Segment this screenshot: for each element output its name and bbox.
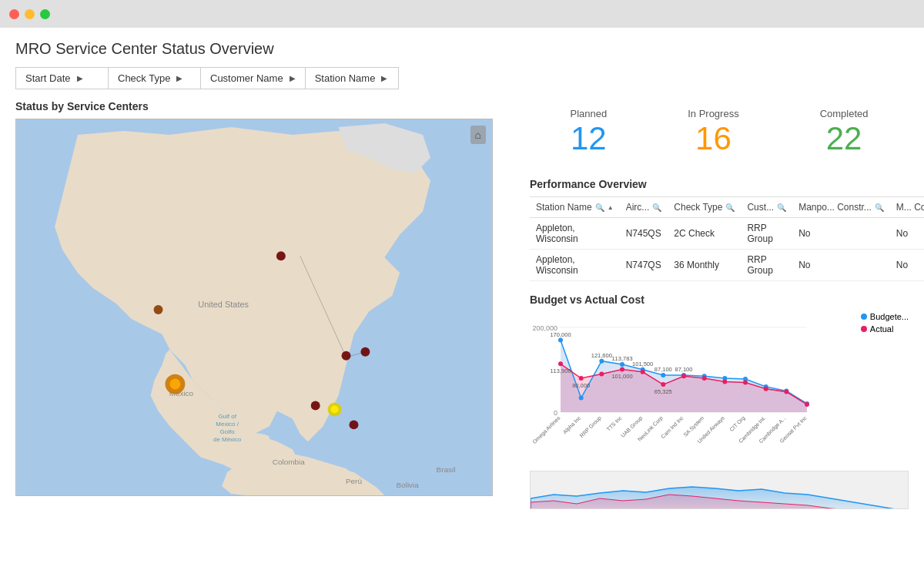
svg-text:de México: de México xyxy=(213,436,242,443)
map-svg: United States México Colombia Perú Boliv… xyxy=(16,119,492,495)
budget-chart-container: Budgete... Actual 0200,000170,000113,900… xyxy=(530,312,909,466)
svg-text:Brasil: Brasil xyxy=(437,465,456,474)
col-mc: M... Co... xyxy=(890,197,924,218)
table-header-row: Station Name 🔍 ▲ Airc... 🔍 xyxy=(530,197,924,218)
filter-start-date-arrow: ▶ xyxy=(77,74,83,82)
table-row: Appleton, WisconsinN745QS2C CheckRRP Gro… xyxy=(530,218,924,250)
app-container: MRO Service Center Status Overview Start… xyxy=(0,28,924,577)
col-station-sort-icon: ▲ xyxy=(608,204,614,211)
svg-point-52 xyxy=(661,373,665,377)
budget-section-title: Budget vs Actual Cost xyxy=(530,294,909,306)
mini-chart-svg xyxy=(531,471,908,509)
svg-text:80,000: 80,000 xyxy=(572,382,590,389)
col-manpower-search-icon[interactable]: 🔍 xyxy=(875,203,884,212)
budget-chart-svg: 0200,000170,000113,900Omega Airlines80,0… xyxy=(530,320,884,462)
stat-in-progress-value: 16 xyxy=(688,122,738,155)
page-title: MRO Service Center Status Overview xyxy=(15,40,909,58)
map-container: ⌂ xyxy=(15,119,493,496)
legend-budget: Budgete... xyxy=(861,312,909,321)
svg-point-77 xyxy=(805,402,809,407)
titlebar xyxy=(0,0,924,28)
svg-point-74 xyxy=(784,390,788,394)
table-cell: Appleton, Wisconsin xyxy=(530,250,620,281)
stat-completed: Completed 22 xyxy=(820,108,869,155)
maximize-button[interactable] xyxy=(40,9,50,19)
svg-point-43 xyxy=(620,362,624,367)
table-cell: 2C Check xyxy=(668,218,741,250)
svg-text:101,500: 101,500 xyxy=(632,361,653,367)
budget-dot-icon xyxy=(861,314,867,320)
performance-table-body: Appleton, WisconsinN745QS2C CheckRRP Gro… xyxy=(530,218,924,281)
col-station-search-icon[interactable]: 🔍 xyxy=(595,203,604,212)
svg-point-30 xyxy=(558,338,563,343)
table-cell: N745QS xyxy=(620,218,668,250)
map-home-button[interactable]: ⌂ xyxy=(470,126,486,144)
svg-point-39 xyxy=(599,359,604,364)
svg-point-31 xyxy=(558,361,563,366)
svg-text:Mexico /: Mexico / xyxy=(216,421,239,428)
svg-text:113,783: 113,783 xyxy=(611,355,632,362)
svg-point-20 xyxy=(331,405,339,413)
col-manpower: Manpo... Constr... 🔍 xyxy=(792,197,890,218)
filter-customer-name-label: Customer Name xyxy=(210,72,283,84)
svg-point-17 xyxy=(276,251,286,260)
stat-in-progress-label: In Progress xyxy=(688,108,738,119)
svg-text:Gulf of: Gulf of xyxy=(218,413,236,420)
legend-actual: Actual xyxy=(861,324,909,334)
svg-text:87,100: 87,100 xyxy=(654,366,672,373)
filter-station-name[interactable]: Station Name ▶ xyxy=(306,68,398,89)
filter-station-name-label: Station Name xyxy=(315,72,376,84)
col-aircraft-search-icon[interactable]: 🔍 xyxy=(652,203,661,212)
table-cell: N747QS xyxy=(620,250,668,281)
table-cell: 36 Monthly xyxy=(668,250,741,281)
svg-point-22 xyxy=(349,420,358,429)
filter-check-type-arrow: ▶ xyxy=(176,74,182,82)
svg-text:121,600: 121,600 xyxy=(591,352,612,359)
col-check-type-search-icon[interactable]: 🔍 xyxy=(725,203,735,212)
table-cell: RRP Group xyxy=(741,250,792,281)
stat-completed-value: 22 xyxy=(820,122,869,155)
svg-point-71 xyxy=(764,387,768,391)
svg-point-21 xyxy=(342,351,351,361)
performance-table: Station Name 🔍 ▲ Airc... 🔍 xyxy=(530,196,924,281)
svg-text:87,100: 87,100 xyxy=(675,366,693,373)
main-content: Status by Service Centers ⌂ xyxy=(15,100,909,509)
filter-bar: Start Date ▶ Check Type ▶ Customer Name … xyxy=(15,67,399,89)
svg-text:CIT Org: CIT Org xyxy=(728,415,746,433)
table-cell: No xyxy=(792,218,890,250)
svg-text:101,000: 101,000 xyxy=(611,373,632,380)
filter-customer-name[interactable]: Customer Name ▶ xyxy=(201,68,306,89)
svg-point-16 xyxy=(169,379,180,390)
svg-point-18 xyxy=(311,401,320,411)
svg-text:Golfo: Golfo xyxy=(220,428,236,435)
mini-chart xyxy=(530,471,909,509)
col-customer-search-icon[interactable]: 🔍 xyxy=(777,203,786,212)
close-button[interactable] xyxy=(9,9,19,19)
svg-text:Colombia: Colombia xyxy=(273,458,305,466)
svg-point-23 xyxy=(360,347,370,357)
filter-check-type[interactable]: Check Type ▶ xyxy=(109,68,201,89)
svg-point-14 xyxy=(154,305,163,314)
stat-planned: Planned 12 xyxy=(570,108,607,155)
filter-check-type-label: Check Type xyxy=(118,72,170,84)
svg-text:United States: United States xyxy=(198,300,249,309)
legend-budget-label: Budgete... xyxy=(870,312,909,321)
legend-actual-label: Actual xyxy=(870,324,894,334)
map-section-title: Status by Service Centers xyxy=(15,100,514,112)
stat-planned-label: Planned xyxy=(570,108,607,119)
table-cell: RRP Group xyxy=(741,218,792,250)
svg-point-68 xyxy=(743,381,748,385)
svg-text:113,900: 113,900 xyxy=(550,367,571,374)
right-panel: Planned 12 In Progress 16 Completed 22 P… xyxy=(530,100,909,509)
minimize-button[interactable] xyxy=(25,9,35,19)
chart-legend: Budgete... Actual xyxy=(861,312,909,334)
table-cell: Appleton, Wisconsin xyxy=(530,218,620,250)
svg-text:170,000: 170,000 xyxy=(550,331,571,338)
col-customer: Cust... 🔍 xyxy=(741,197,792,218)
col-station-name: Station Name 🔍 ▲ xyxy=(530,197,620,218)
filter-start-date[interactable]: Start Date ▶ xyxy=(16,68,109,89)
svg-text:RRP Group: RRP Group xyxy=(579,415,603,439)
stats-row: Planned 12 In Progress 16 Completed 22 xyxy=(530,100,909,163)
svg-text:Omega Airlines: Omega Airlines xyxy=(531,414,562,445)
table-cell: No xyxy=(890,218,924,250)
